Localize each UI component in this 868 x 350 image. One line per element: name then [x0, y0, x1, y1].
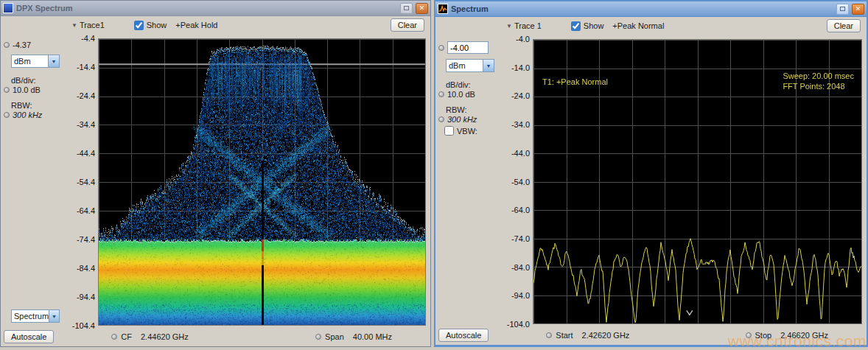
- spectrum-trace-toolbar: ▼ Trace 1 Show +Peak Normal Clear: [435, 17, 867, 35]
- spectrum-content: dBm ▼ dB/div: 10.0 dB RBW: 300 kHz VBW: …: [435, 35, 867, 326]
- cf-value[interactable]: 2.44620 GHz: [141, 332, 189, 341]
- span-value[interactable]: 40.00 MHz: [353, 332, 392, 341]
- dpx-content: -4.37 dBm ▼ dB/div: 10.0 dB RBW: 300 kHz…: [1, 34, 430, 327]
- show-checkbox-group: Show: [571, 21, 604, 31]
- knob-icon[interactable]: [111, 334, 117, 340]
- clear-button[interactable]: Clear: [391, 18, 424, 32]
- knob-icon[interactable]: [4, 112, 10, 118]
- unit-select[interactable]: dBm ▼: [446, 59, 494, 72]
- cf-label: CF: [121, 332, 132, 341]
- chevron-down-icon[interactable]: ▼: [48, 55, 59, 67]
- dpx-titlebar[interactable]: DPX Spectrum ✕: [1, 1, 430, 16]
- y-axis-tick-label: -94.4: [77, 293, 95, 301]
- knob-icon[interactable]: [438, 116, 444, 122]
- trace-selector[interactable]: ▼ Trace 1: [506, 21, 542, 30]
- y-axis-tick-label: -24.4: [77, 91, 95, 100]
- rbw-value[interactable]: 300 kHz: [13, 111, 42, 119]
- sweep-time: Sweep: 20.00 msec: [783, 71, 854, 81]
- y-axis-tick-label: -74.0: [511, 234, 530, 243]
- dpx-bitmap-canvas[interactable]: [99, 39, 425, 325]
- y-axis-tick-label: -34.0: [511, 120, 530, 129]
- y-axis-tick-label: -14.0: [511, 63, 530, 72]
- autoscale-button[interactable]: Autoscale: [4, 330, 54, 343]
- close-button[interactable]: ✕: [416, 3, 428, 14]
- chevron-down-icon: ▼: [506, 23, 512, 29]
- start-value[interactable]: 2.42620 GHz: [582, 331, 630, 340]
- db-div-value[interactable]: 10.0 dB: [447, 90, 475, 99]
- start-label: Start: [556, 331, 573, 340]
- spectrum-y-axis: -4.0-14.0-24.0-34.0-44.0-54.0-64.0-74.0-…: [503, 39, 533, 324]
- display-mode-value: Spectrum: [12, 312, 49, 321]
- dpx-trace-toolbar: ▼ Trace1 Show +Peak Hold Clear: [1, 16, 430, 34]
- y-axis-tick-label: -34.4: [77, 120, 95, 129]
- y-axis-tick-label: -54.4: [77, 178, 95, 186]
- autoscale-button[interactable]: Autoscale: [438, 329, 489, 342]
- unit-select-value: dBm: [447, 61, 483, 70]
- show-checkbox[interactable]: [134, 21, 144, 30]
- sweep-annotation: Sweep: 20.00 msec FFT Points: 2048: [783, 71, 854, 91]
- y-axis-tick-label: -4.0: [516, 35, 530, 43]
- restore-button[interactable]: [836, 4, 849, 15]
- rbw-value[interactable]: 300 kHz: [447, 115, 477, 124]
- ref-level-value[interactable]: -4.37: [13, 41, 31, 49]
- chevron-down-icon[interactable]: ▼: [49, 310, 59, 322]
- show-label: Show: [584, 21, 604, 30]
- dpx-bottom-bar: Autoscale CF 2.44620 GHz Span 40.00 MHz: [1, 327, 430, 346]
- y-axis-tick-label: -74.4: [77, 235, 95, 244]
- trace-selector[interactable]: ▼ Trace1: [71, 21, 105, 29]
- y-axis-tick-label: -64.0: [511, 206, 530, 214]
- restore-icon: [404, 6, 409, 10]
- knob-icon[interactable]: [4, 87, 10, 93]
- knob-icon[interactable]: [438, 91, 444, 97]
- trace-annotation: T1: +Peak Normal: [542, 77, 608, 87]
- spectrum-window: Spectrum ✕ ▼ Trace 1 Show +Peak Normal C…: [434, 0, 868, 347]
- trace-label: Trace1: [80, 21, 105, 29]
- ref-level-input[interactable]: [447, 41, 489, 54]
- unit-select-value: dBm: [12, 57, 48, 66]
- spectrum-titlebar[interactable]: Spectrum ✕: [435, 1, 867, 17]
- vbw-label: VBW:: [457, 127, 477, 136]
- knob-icon[interactable]: [546, 332, 552, 338]
- chevron-down-icon: ▼: [71, 22, 77, 29]
- spectrum-sidebar: dBm ▼ dB/div: 10.0 dB RBW: 300 kHz VBW:: [438, 39, 503, 324]
- unit-select[interactable]: dBm ▼: [11, 55, 60, 68]
- show-checkbox-group: Show: [134, 21, 167, 30]
- y-axis-tick-label: -24.0: [511, 91, 530, 100]
- dpx-plot-row: -4.4-14.4-24.4-34.4-44.4-54.4-64.4-74.4-…: [69, 38, 426, 326]
- spectrum-window-icon: [438, 4, 448, 14]
- y-axis-tick-label: -84.4: [77, 264, 95, 273]
- detector-mode-label[interactable]: +Peak Normal: [612, 21, 664, 30]
- watermark: www.cntronics.com: [728, 332, 867, 350]
- y-axis-tick-label: -54.0: [511, 178, 530, 186]
- window-title: DPX Spectrum: [16, 4, 397, 13]
- spectrum-plot-area[interactable]: T1: +Peak Normal Sweep: 20.00 msec FFT P…: [533, 39, 862, 324]
- restore-button[interactable]: [400, 3, 413, 14]
- knob-icon[interactable]: [4, 42, 10, 48]
- clear-button[interactable]: Clear: [827, 19, 861, 32]
- chevron-down-icon[interactable]: ▼: [483, 60, 494, 71]
- show-label: Show: [147, 21, 167, 29]
- knob-icon[interactable]: [315, 334, 321, 340]
- rbw-label: RBW:: [11, 101, 69, 110]
- y-axis-tick-label: -104.4: [72, 321, 95, 330]
- window-title: Spectrum: [451, 4, 833, 13]
- dpx-spectrum-window: DPX Spectrum ✕ ▼ Trace1 Show +Peak Hold …: [0, 0, 431, 347]
- show-checkbox[interactable]: [571, 21, 581, 31]
- db-div-label: dB/div:: [11, 76, 69, 85]
- y-axis-tick-label: -94.0: [511, 291, 530, 300]
- db-div-value[interactable]: 10.0 dB: [13, 85, 41, 94]
- close-button[interactable]: ✕: [852, 4, 864, 15]
- y-axis-tick-label: -14.4: [77, 63, 95, 71]
- y-axis-tick-label: -4.4: [81, 34, 95, 43]
- knob-icon[interactable]: [438, 45, 444, 51]
- y-axis-tick-label: -64.4: [77, 206, 95, 215]
- dpx-plot-area[interactable]: [98, 38, 426, 326]
- restore-icon: [840, 7, 845, 11]
- display-mode-select[interactable]: Spectrum ▼: [11, 309, 60, 323]
- fft-points: FFT Points: 2048: [783, 81, 854, 91]
- detector-mode-label[interactable]: +Peak Hold: [175, 21, 217, 29]
- y-axis-tick-label: -84.0: [511, 263, 530, 272]
- y-axis-tick-label: -44.4: [77, 149, 95, 158]
- vbw-checkbox[interactable]: [444, 126, 454, 136]
- dpx-y-axis: -4.4-14.4-24.4-34.4-44.4-54.4-64.4-74.4-…: [69, 38, 98, 326]
